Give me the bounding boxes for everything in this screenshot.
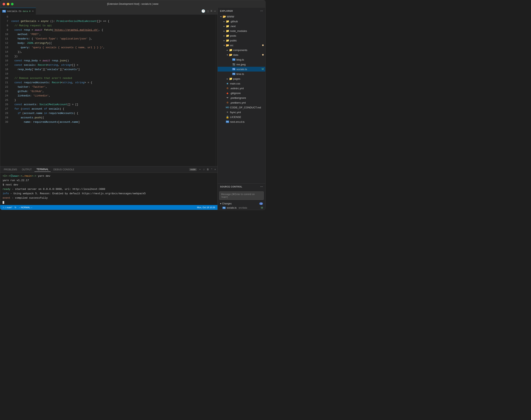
folder-icon: 📁 — [226, 29, 229, 33]
close-panel-icon[interactable]: ✕ — [214, 168, 216, 171]
more-actions-icon[interactable]: ⋯ — [260, 9, 263, 13]
tab-close-button[interactable]: × — [32, 10, 34, 13]
folder-name-www: WWW — [227, 15, 234, 18]
tree-item-data[interactable]: ▾ 📂 data — [218, 52, 265, 57]
tree-item-next-env[interactable]: TS next.env.d.ts — [218, 119, 265, 124]
tree-item-pages[interactable]: ▸ 📁 pages — [218, 76, 265, 81]
more-actions-icon[interactable]: ⋯ — [214, 9, 216, 13]
tree-item-fsync[interactable]: ✶ fsync.yml — [218, 110, 265, 115]
tree-item-socials-ts[interactable]: TS socials.ts M — [218, 67, 265, 72]
tree-item-github[interactable]: ▸ 📁 .github — [218, 19, 265, 24]
tree-item-time-ts[interactable]: TS time.ts — [218, 72, 265, 76]
folder-name-src: src — [230, 44, 233, 47]
minimap — [216, 15, 217, 166]
delete-terminal-icon[interactable]: 🗑 — [207, 168, 209, 171]
tab-terminal[interactable]: TERMINAL — [34, 167, 51, 172]
modified-indicator — [262, 54, 264, 56]
folder-open-icon: 📂 — [229, 53, 232, 57]
folder-name-node-modules: node_modules — [230, 30, 247, 32]
sc-filename: socials.ts — [227, 206, 237, 209]
minimize-button[interactable] — [7, 3, 9, 5]
code-line-26: const accounts: SocialMediaAccount[] = [… — [11, 102, 216, 107]
tree-item-main-css[interactable]: ■ main.css — [218, 81, 265, 86]
layout-icon[interactable]: ≡ — [211, 9, 212, 13]
tree-item-blog-ts[interactable]: TS blog.ts — [218, 57, 265, 62]
git-branch-status[interactable]: ⎎ ⎎ main* — [3, 206, 12, 209]
chevron-up-icon[interactable]: ⌃ — [211, 168, 212, 171]
chevron-right-icon: ▸ — [222, 20, 226, 23]
traffic-lights — [3, 3, 14, 5]
tree-item-posts[interactable]: ▸ 📁 posts — [218, 33, 265, 38]
chevron-down-icon: ▾ — [220, 202, 221, 205]
code-line-12: body: JSON.stringify({ — [11, 41, 216, 45]
code-line-24: linkedin: 'Linkedin', — [11, 94, 216, 98]
editor-area: TS socials.ts data M × 🕐 ☐ ≡ ⋯ 6 — [0, 8, 217, 210]
git-branch-name: ⎎ main* — [5, 206, 12, 209]
filename-time-ts: time.ts — [236, 73, 244, 75]
split-terminal-icon[interactable]: ☐ — [203, 168, 205, 171]
filename-fsync: fsync.yml — [230, 111, 241, 114]
tree-item-license[interactable]: 🔒 LICENSE — [218, 115, 265, 119]
add-terminal-icon[interactable]: ＋ — [199, 168, 201, 171]
chevron-right-icon: ▸ — [226, 49, 229, 51]
more-actions-icon[interactable]: ⋯ — [260, 185, 263, 188]
css-file-icon: ■ — [226, 82, 229, 85]
tree-item-gitignore[interactable]: ◆ .gitignore — [218, 91, 265, 95]
tree-item-code-of-conduct[interactable]: MD CODE_OF_CONDUCT.md — [218, 105, 265, 110]
datetime: Mon, Oct 18 10:26 — [197, 206, 215, 209]
tree-item-prettierignore[interactable]: ❤ .prettierignore — [218, 95, 265, 100]
code-line-13: query: 'query { socials { accounts { nam… — [11, 45, 216, 50]
tab-output[interactable]: OUTPUT — [20, 167, 34, 172]
maximize-button[interactable] — [11, 3, 14, 5]
status-bar: ⎎ ⎎ main* ↻ -- NORMAL -- Mon, Oct 18 10:… — [0, 205, 217, 210]
git-branch-icon: ⎎ — [3, 206, 4, 209]
ts-file-icon: TS — [232, 58, 236, 61]
sc-changes-header[interactable]: ▾ Changes 1 — [218, 201, 265, 206]
panel: PROBLEMS OUTPUT TERMINAL DEBUG CONSOLE n… — [0, 166, 217, 205]
folder-icon: 📁 — [226, 24, 229, 28]
changes-count-badge: 1 — [259, 202, 263, 205]
code-line-23: github: 'GitHub', — [11, 89, 216, 94]
code-line-29: accounts.push({ — [11, 116, 216, 120]
close-button[interactable] — [3, 3, 5, 5]
code-line-22: twitter: 'Twitter', — [11, 85, 216, 89]
modified-indicator — [262, 45, 264, 46]
tab-debug-console[interactable]: DEBUG CONSOLE — [51, 167, 76, 172]
sync-icon[interactable]: ↻ — [15, 206, 16, 209]
tree-item-node-modules[interactable]: ▸ 📁 node_modules — [218, 29, 265, 33]
chevron-down-icon: ▾ — [226, 54, 229, 56]
tree-item-components[interactable]: ▸ 📁 components — [218, 48, 265, 52]
tree-item-src[interactable]: ▾ 📂 src — [218, 43, 265, 48]
chevron-down-icon: ▾ — [222, 44, 226, 46]
folder-name-github: .github — [230, 20, 238, 23]
filename-gitignore: .gitignore — [230, 92, 241, 95]
editor-tab-socials[interactable]: TS socials.ts data M × — [0, 8, 36, 15]
code-line-20: // Remove accounts that aren't needed — [11, 76, 216, 80]
folder-name-next: .next — [230, 25, 236, 28]
folder-open-icon: 📂 — [226, 44, 229, 47]
ts-file-icon: TS — [232, 67, 236, 71]
sc-file-item-socials[interactable]: TS socials.ts src/data M — [218, 206, 265, 210]
code-line-21: const requiredAccounts: Record<string, s… — [11, 80, 216, 85]
tab-problems[interactable]: PROBLEMS — [2, 167, 19, 172]
split-editor-icon[interactable]: ☐ — [207, 9, 209, 13]
tree-item-me-jpeg[interactable]: 📷 me.jpeg — [218, 62, 265, 67]
filename-blog-ts: blog.ts — [236, 58, 244, 61]
history-icon[interactable]: 🕐 — [201, 9, 205, 13]
commit-message-input[interactable]: Message (⌘Enter to commit on 'main') — [219, 192, 264, 200]
folder-name-pages: pages — [233, 77, 240, 80]
jpg-file-icon: 📷 — [232, 62, 236, 66]
terminal-prompt-dir: Ⓠwww — [10, 175, 17, 178]
tree-item-next[interactable]: ▸ 📁 .next — [218, 24, 265, 29]
panel-tabs: PROBLEMS OUTPUT TERMINAL DEBUG CONSOLE n… — [0, 166, 217, 173]
folder-icon: 📁 — [226, 34, 229, 37]
tree-item-eslintrc[interactable]: ⚙ .eslintrc.yml — [218, 86, 265, 91]
sc-header-actions: ⋯ — [260, 185, 263, 188]
tree-root-www[interactable]: ▾ 📂 WWW — [218, 14, 265, 19]
ts-icon: TS — [222, 207, 226, 209]
code-line-7: const getSocials = async (): Promise<Soc… — [11, 19, 216, 24]
terminal-line-ready: ready - started server on 0.0.0.0:3000, … — [3, 187, 215, 192]
tree-item-prettierrc[interactable]: ⚙ .prettierrc.yml — [218, 100, 265, 105]
code-line-19 — [11, 72, 216, 76]
tree-item-public[interactable]: ▸ 📁 public — [218, 38, 265, 43]
